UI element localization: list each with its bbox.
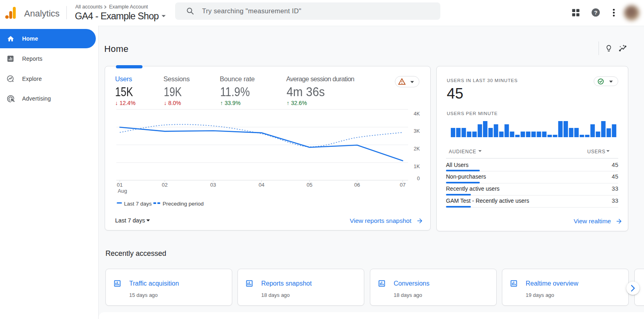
svg-text:03: 03 [210, 182, 216, 188]
svg-text:04: 04 [259, 182, 264, 188]
svg-text:05: 05 [307, 182, 312, 188]
svg-text:01: 01 [117, 182, 122, 188]
svg-text:06: 06 [354, 182, 360, 188]
svg-text:1K: 1K [414, 164, 420, 169]
svg-text:2K: 2K [414, 146, 420, 152]
svg-text:?: ? [594, 10, 597, 16]
svg-text:3K: 3K [414, 128, 420, 134]
svg-text:4K: 4K [414, 111, 420, 117]
svg-text:07: 07 [400, 182, 405, 188]
svg-text:02: 02 [162, 182, 167, 188]
svg-text:Aug: Aug [118, 188, 127, 194]
svg-text:0: 0 [417, 176, 420, 181]
